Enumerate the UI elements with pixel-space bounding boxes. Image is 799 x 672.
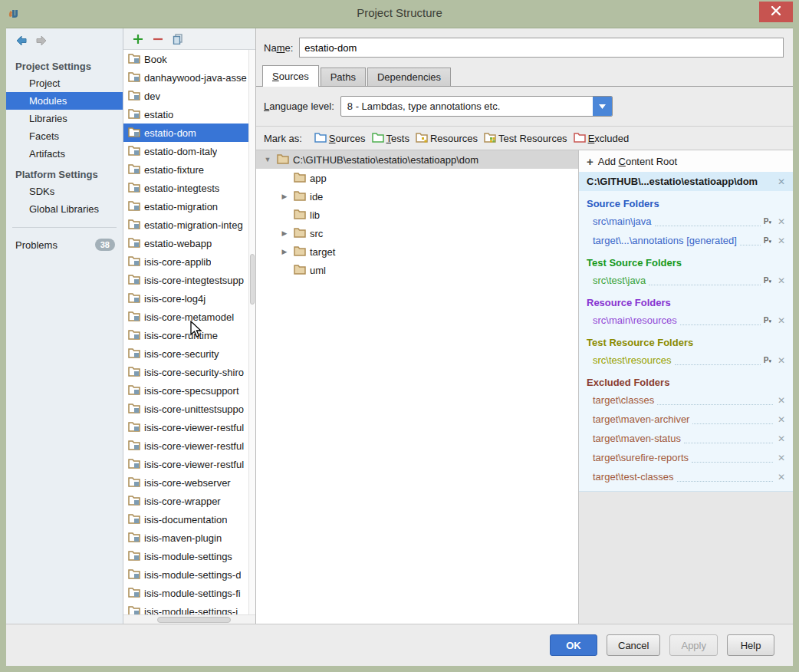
remove-folder-icon[interactable]: ✕ <box>776 395 787 406</box>
folder-path-link[interactable]: target\...\annotations [generated] <box>593 235 737 246</box>
close-button[interactable] <box>759 2 793 22</box>
remove-folder-icon[interactable]: ✕ <box>776 472 787 483</box>
module-list-item[interactable]: estatio-dom <box>123 124 249 142</box>
tree-item-src[interactable]: ▶src <box>256 224 578 242</box>
tab-paths[interactable]: Paths <box>321 68 366 87</box>
module-list-item[interactable]: isis-core-log4j <box>123 289 255 308</box>
collapse-triangle-icon[interactable]: ▼ <box>262 156 273 163</box>
module-list-item[interactable]: isis-module-settings-d <box>123 565 255 584</box>
sidebar-item-artifacts[interactable]: Artifacts <box>6 145 123 163</box>
module-list-item[interactable]: estatio <box>123 105 255 124</box>
back-arrow-icon[interactable] <box>15 35 28 48</box>
language-level-select[interactable]: 8 - Lambdas, type annotations etc. <box>340 96 613 117</box>
module-list-item[interactable]: isis-core-applib <box>123 252 255 271</box>
properties-icon[interactable]: P▾ <box>764 217 771 226</box>
folder-path-link[interactable]: src\main\java <box>593 216 652 227</box>
module-list-item[interactable]: isis-core-specsupport <box>123 381 255 400</box>
sidebar-item-project[interactable]: Project <box>6 74 123 92</box>
remove-folder-icon[interactable]: ✕ <box>776 414 787 425</box>
mark-as-sources-button[interactable]: Sources <box>310 132 366 145</box>
folder-path-link[interactable]: target\surefire-reports <box>593 452 689 463</box>
module-list-item[interactable]: isis-core-viewer-restful <box>123 418 255 436</box>
tree-item-app[interactable]: app <box>256 169 578 187</box>
folder-path-link[interactable]: target\classes <box>593 394 654 406</box>
module-list-item[interactable]: isis-core-metamodel <box>123 308 255 326</box>
properties-icon[interactable]: P▾ <box>764 276 771 285</box>
module-list-item[interactable]: isis-core-security <box>123 344 255 363</box>
tree-root-row[interactable]: ▼ C:\GITHUB\estatio\estatio\estatioapp\d… <box>256 150 578 169</box>
module-list-item[interactable]: isis-core-security-shiro <box>123 363 255 381</box>
tree-item-target[interactable]: ▶target <box>256 242 578 261</box>
module-list-item[interactable]: estatio-integtests <box>123 179 255 197</box>
sidebar-item-problems[interactable]: Problems 38 <box>6 228 123 251</box>
sidebar-item-global-libraries[interactable]: Global Libraries <box>6 200 123 218</box>
remove-folder-icon[interactable]: ✕ <box>776 453 787 463</box>
tree-item-uml[interactable]: uml <box>256 261 578 279</box>
mark-as-excluded-button[interactable]: Excluded <box>569 132 629 145</box>
chevron-down-icon[interactable] <box>593 97 612 116</box>
module-list-item[interactable]: estatio-fixture <box>123 160 255 179</box>
module-list-item[interactable]: isis-core-viewer-restful <box>123 455 255 473</box>
add-icon[interactable] <box>133 34 143 44</box>
module-list-item[interactable]: Book <box>123 50 255 68</box>
module-list-item[interactable]: estatio-migration-integ <box>123 216 255 234</box>
folder-path-link[interactable]: target\test-classes <box>593 471 674 483</box>
module-list-item[interactable]: estatio-dom-italy <box>123 142 255 160</box>
folder-path-link[interactable]: src\test\resources <box>593 354 672 366</box>
sidebar-item-sdks[interactable]: SDKs <box>6 183 123 200</box>
remove-folder-icon[interactable]: ✕ <box>776 216 787 227</box>
tree-item-ide[interactable]: ▶ide <box>256 187 578 206</box>
help-button[interactable]: Help <box>727 634 774 656</box>
remove-folder-icon[interactable]: ✕ <box>776 315 787 326</box>
module-list-item[interactable]: isis-core-webserver <box>123 473 255 492</box>
sidebar-item-modules[interactable]: Modules <box>6 92 123 110</box>
add-content-root-button[interactable]: + Add Content Root <box>579 150 793 172</box>
tree-item-lib[interactable]: lib <box>256 206 578 224</box>
module-name-input[interactable] <box>299 38 784 58</box>
properties-icon[interactable]: P▾ <box>764 356 771 364</box>
remove-folder-icon[interactable]: ✕ <box>776 433 787 444</box>
module-list-hscrollbar[interactable] <box>123 614 255 624</box>
folder-path-link[interactable]: src\main\resources <box>593 315 677 326</box>
sidebar-item-facets[interactable]: Facets <box>6 127 123 145</box>
module-list-item[interactable]: isis-module-settings-fi <box>123 584 255 602</box>
remove-icon[interactable] <box>153 34 163 44</box>
module-list-item[interactable]: isis-core-runtime <box>123 326 255 344</box>
module-list-item[interactable]: isis-core-viewer-restful <box>123 436 255 455</box>
properties-icon[interactable]: P▾ <box>764 236 771 245</box>
ok-button[interactable]: OK <box>550 634 597 656</box>
module-list-item[interactable]: danhaywood-java-asse <box>123 68 255 87</box>
module-list-item[interactable]: isis-documentation <box>123 510 255 529</box>
module-list-item[interactable]: isis-maven-plugin <box>123 529 255 547</box>
expand-triangle-icon[interactable]: ▶ <box>279 248 290 255</box>
module-list-item[interactable]: estatio-migration <box>123 197 255 216</box>
module-list-item[interactable]: isis-core-unittestsuppo <box>123 400 255 418</box>
mark-as-resources-button[interactable]: Resources <box>411 132 478 145</box>
folder-path-link[interactable]: src\test\java <box>593 275 646 286</box>
cancel-button[interactable]: Cancel <box>607 634 660 656</box>
mark-as-tests-button[interactable]: Tests <box>367 132 409 145</box>
apply-button[interactable]: Apply <box>669 634 718 656</box>
module-list-item[interactable]: isis-core-wrapper <box>123 492 255 510</box>
tab-dependencies[interactable]: Dependencies <box>367 68 451 87</box>
module-list-vscrollbar[interactable] <box>248 50 255 614</box>
remove-folder-icon[interactable]: ✕ <box>776 355 787 366</box>
forward-arrow-icon[interactable] <box>35 35 48 48</box>
mark-as-test-resources-button[interactable]: Test Resources <box>479 132 567 145</box>
module-list-item[interactable]: isis-module-settings <box>123 547 255 565</box>
expand-triangle-icon[interactable]: ▶ <box>279 193 290 200</box>
folder-path-link[interactable]: target\maven-archiver <box>593 413 689 425</box>
copy-icon[interactable] <box>173 34 183 44</box>
remove-content-root-icon[interactable]: ✕ <box>776 176 787 187</box>
module-list-item[interactable]: dev <box>123 87 255 105</box>
expand-triangle-icon[interactable]: ▶ <box>279 229 290 237</box>
properties-icon[interactable]: P▾ <box>764 316 771 324</box>
folder-path-link[interactable]: target\maven-status <box>593 433 681 444</box>
remove-folder-icon[interactable]: ✕ <box>776 275 787 286</box>
remove-folder-icon[interactable]: ✕ <box>776 236 787 246</box>
tab-sources[interactable]: Sources <box>262 65 319 87</box>
module-list-item[interactable]: isis-core-integtestsupp <box>123 271 255 289</box>
module-list-item[interactable]: estatio-webapp <box>123 234 255 252</box>
sidebar-item-libraries[interactable]: Libraries <box>6 110 123 127</box>
module-list-item[interactable]: isis-module-settings-j <box>123 602 255 614</box>
